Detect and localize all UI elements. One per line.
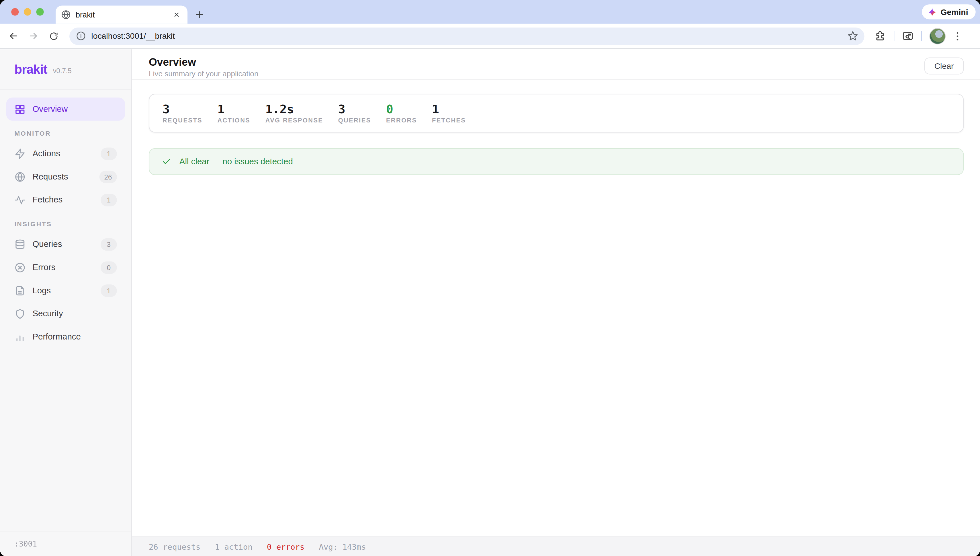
stat-value: 1.2s: [266, 103, 323, 116]
activity-icon: [15, 194, 26, 205]
sidebar-item-label: Performance: [32, 332, 81, 341]
check-icon: [162, 157, 171, 166]
count-badge: 26: [99, 170, 117, 183]
sidebar-item-requests[interactable]: Requests 26: [0, 165, 131, 188]
reload-icon[interactable]: [45, 28, 62, 44]
zap-icon: [15, 148, 26, 159]
sidebar: brakit v0.7.5 Overview MONITOR: [0, 49, 132, 556]
stat-requests: 3 REQUESTS: [163, 103, 202, 124]
shield-icon: [15, 308, 26, 319]
brakit-app: brakit v0.7.5 Overview MONITOR: [0, 49, 980, 556]
page-subtitle: Live summary of your application: [149, 70, 258, 78]
sidebar-item-label: Queries: [32, 239, 62, 249]
stat-queries: 3 QUERIES: [338, 103, 371, 124]
section-label-monitor: MONITOR: [15, 129, 131, 138]
alert-text: All clear — no issues detected: [179, 157, 293, 166]
sidebar-item-security[interactable]: Security: [0, 302, 131, 325]
bookmark-star-icon[interactable]: [848, 31, 858, 41]
gemini-spark-icon: [928, 7, 937, 17]
sidebar-item-label: Actions: [32, 149, 60, 158]
sidebar-item-label: Fetches: [32, 195, 63, 204]
sidebar-item-queries[interactable]: Queries 3: [0, 233, 131, 256]
stat-value: 3: [338, 103, 371, 116]
count-badge: 1: [101, 284, 117, 297]
stat-errors: 0 ERRORS: [386, 103, 417, 124]
toolbar-divider: [921, 31, 922, 41]
sidebar-item-errors[interactable]: Errors 0: [0, 256, 131, 279]
gemini-label: Gemini: [940, 7, 968, 17]
globe-icon: [15, 171, 26, 182]
sidebar-item-fetches[interactable]: Fetches 1: [0, 188, 131, 211]
status-avg: Avg: 143ms: [319, 542, 366, 551]
site-info-icon[interactable]: [76, 31, 86, 41]
sidebar-item-label: Requests: [32, 172, 68, 181]
forward-icon[interactable]: [25, 28, 41, 44]
status-actions: 1 action: [215, 542, 253, 551]
screen: brakit Gemini: [0, 0, 980, 556]
minimize-window-button[interactable]: [24, 8, 31, 16]
extensions-icon[interactable]: [874, 30, 886, 42]
grid-icon: [15, 103, 26, 115]
browser-window: brakit Gemini: [0, 0, 980, 556]
stat-label: FETCHES: [432, 117, 466, 124]
all-clear-alert: All clear — no issues detected: [149, 148, 964, 175]
browser-menu-icon[interactable]: [952, 31, 963, 42]
window-controls: [11, 8, 44, 16]
stat-value: 0: [386, 103, 417, 116]
globe-favicon-icon: [61, 10, 71, 19]
url-bar[interactable]: localhost:3001/__brakit: [69, 27, 864, 45]
overview-content: 3 REQUESTS 1 ACTIONS 1.2s AVG RESPONSE: [132, 80, 980, 175]
count-badge: 1: [101, 147, 117, 160]
count-badge: 0: [101, 261, 117, 273]
circle-x-icon: [15, 262, 26, 273]
gemini-button[interactable]: Gemini: [922, 4, 976, 19]
back-icon[interactable]: [5, 28, 21, 44]
sidebar-item-label: Logs: [32, 286, 51, 295]
page-title-block: Overview Live summary of your applicatio…: [149, 56, 258, 78]
stat-label: REQUESTS: [163, 117, 202, 124]
count-badge: 3: [101, 238, 117, 251]
sidebar-nav: Overview MONITOR Actions 1: [0, 90, 131, 348]
file-icon: [15, 285, 26, 296]
port-label: :3001: [15, 540, 37, 548]
stat-label: AVG RESPONSE: [266, 117, 323, 124]
bar-chart-icon: [15, 331, 26, 343]
stat-actions: 1 ACTIONS: [217, 103, 250, 124]
main-panel: Overview Live summary of your applicatio…: [132, 49, 980, 556]
status-errors: 0 errors: [267, 542, 305, 551]
stat-fetches: 1 FETCHES: [432, 103, 466, 124]
stat-label: ERRORS: [386, 117, 417, 124]
sidebar-item-overview[interactable]: Overview: [6, 97, 125, 121]
stat-value: 1: [432, 103, 466, 116]
sidebar-item-actions[interactable]: Actions 1: [0, 142, 131, 165]
stat-value: 3: [163, 103, 202, 116]
page-title: Overview: [149, 56, 258, 69]
browser-toolbar: localhost:3001/__brakit: [0, 24, 980, 49]
status-requests: 26 requests: [149, 542, 201, 551]
new-tab-button[interactable]: [193, 8, 206, 21]
stat-label: ACTIONS: [217, 117, 250, 124]
zoom-window-button[interactable]: [36, 8, 44, 16]
tab-close-icon[interactable]: [171, 10, 181, 20]
sidebar-item-label: Errors: [32, 263, 55, 272]
clear-button[interactable]: Clear: [924, 58, 964, 74]
logo-text: brakit: [15, 62, 47, 76]
sidebar-item-logs[interactable]: Logs 1: [0, 279, 131, 302]
database-icon: [15, 239, 26, 250]
profile-avatar[interactable]: [929, 28, 946, 44]
count-badge: 1: [101, 194, 117, 206]
sidebar-item-label: Overview: [32, 104, 68, 114]
sidebar-item-performance[interactable]: Performance: [0, 325, 131, 348]
close-window-button[interactable]: [11, 8, 19, 16]
section-label-insights: INSIGHTS: [15, 220, 131, 229]
version-label: v0.7.5: [53, 66, 72, 74]
url-text[interactable]: localhost:3001/__brakit: [91, 31, 847, 41]
stat-label: QUERIES: [338, 117, 371, 124]
tab-search-icon[interactable]: [902, 30, 914, 42]
sidebar-item-label: Security: [32, 309, 63, 318]
stat-avg-response: 1.2s AVG RESPONSE: [266, 103, 323, 124]
status-bar: 26 requests 1 action 0 errors Avg: 143ms: [132, 537, 980, 556]
browser-tab[interactable]: brakit: [56, 6, 187, 24]
browser-tabstrip: brakit Gemini: [0, 0, 980, 24]
app-logo: brakit v0.7.5: [0, 49, 131, 90]
